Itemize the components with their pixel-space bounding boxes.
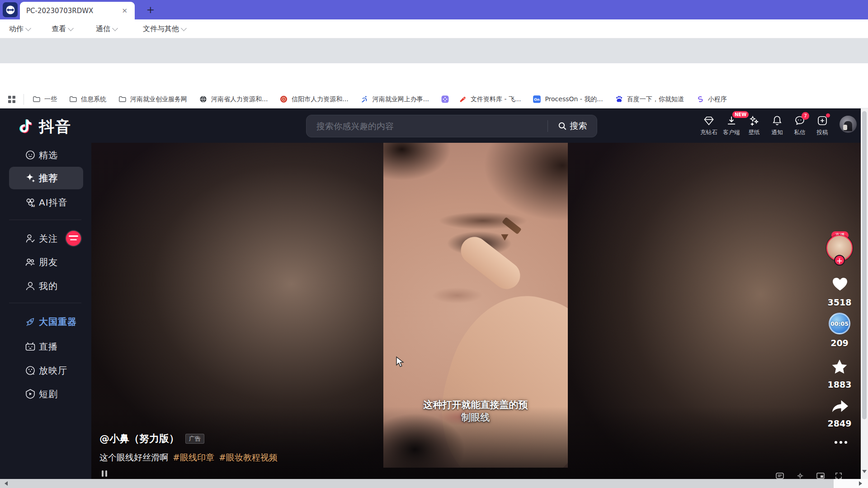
menu-view[interactable]: 查看 (52, 19, 73, 38)
hashtag[interactable]: #眼妆教程视频 (219, 452, 278, 462)
sidebar-item-featured[interactable]: 精选 (0, 145, 91, 165)
bookmark-link[interactable]: 小程序 (696, 95, 727, 103)
header-item-notifications[interactable]: 通知 (764, 115, 790, 136)
chevron-down-icon (68, 25, 74, 31)
search-button[interactable]: 搜索 (548, 120, 597, 132)
bookmark-link[interactable]: 信阳市人力资源和... (279, 95, 348, 103)
red-dot-badge (826, 113, 830, 117)
tv-icon (24, 341, 36, 352)
menu-communication[interactable]: 通信 (96, 19, 117, 38)
menu-files-extras[interactable]: 文件与其他 (143, 19, 186, 38)
sidebar-item-friends[interactable]: 朋友 (0, 252, 91, 272)
diamond-icon (703, 115, 715, 127)
header-item-client[interactable]: NEW 客户端 (719, 115, 744, 136)
play-shield-icon (24, 388, 36, 400)
douyin-brand-text: 抖音 (39, 117, 71, 137)
vertical-scrollbar-thumb[interactable] (862, 111, 867, 419)
bookmark-link[interactable]: 百度一下，你就知道 (615, 95, 684, 103)
finger-shape (455, 231, 525, 295)
douyin-logo[interactable]: 抖音 (18, 117, 71, 137)
scroll-down-arrow[interactable] (862, 470, 867, 475)
douyin-page: 抖音 搜索 充钻石 NEW 客户端 壁纸 通知 7 私信 投稿 (0, 108, 868, 479)
film-reel-icon (24, 365, 36, 376)
search-input[interactable] (307, 121, 547, 131)
bookmark-link[interactable]: 文件资料库 - 飞... (458, 95, 521, 103)
bookmarks-bar: 一些 信息系统 河南就业创业服务网 河南省人力资源和... 信阳市人力资源和..… (0, 90, 868, 108)
teamviewer-logo-icon (3, 2, 18, 17)
bookmark-link[interactable]: 河南省人力资源和... (199, 95, 268, 103)
fullscreen-icon[interactable] (835, 473, 842, 479)
purple-app-icon (441, 95, 449, 103)
follow-plus-button[interactable]: + (834, 255, 845, 266)
chevron-down-icon (25, 25, 31, 31)
header-item-diamond[interactable]: 充钻石 (696, 115, 722, 136)
header-item-upload[interactable]: 投稿 (810, 115, 835, 136)
gift-badge (66, 231, 81, 246)
comment-count: 209 (825, 338, 854, 348)
svg-text:AI: AI (31, 204, 35, 208)
divider (24, 94, 24, 105)
bookmark-link[interactable]: OnProcessOn - 我的... (533, 95, 603, 103)
sidebar-item-live[interactable]: 直播 (0, 337, 91, 357)
browser-tabstrip: douyin - 搜索 ✕ 抖音-记录美好生活 ✕ + (0, 38, 868, 63)
sidebar-item-short-drama[interactable]: 短剧 (0, 384, 91, 404)
baidu-paw-icon (615, 95, 623, 103)
svg-text:On: On (534, 98, 540, 102)
header-item-wallpaper[interactable]: 壁纸 (741, 115, 767, 136)
douyin-note-icon (18, 118, 33, 136)
bookmark-folder[interactable]: 河南就业创业服务网 (118, 95, 187, 103)
apps-grid-icon[interactable] (7, 95, 16, 104)
bookmark-link[interactable] (441, 95, 453, 103)
favorite-icon[interactable] (830, 358, 849, 376)
share-icon[interactable] (830, 399, 849, 415)
sidebar-item-mine[interactable]: 我的 (0, 276, 91, 296)
bottom-gradient (91, 407, 861, 479)
like-icon[interactable] (831, 275, 849, 292)
sidebar-item-daguozhongqi[interactable]: 大国重器 (0, 312, 91, 332)
vertical-scrollbar[interactable] (861, 108, 868, 479)
horizontal-scrollbar[interactable] (0, 479, 868, 488)
sidebar-item-recommend[interactable]: 推荐 (0, 168, 91, 188)
bookmark-folder[interactable]: 信息系统 (69, 95, 106, 103)
search-bar[interactable]: 搜索 (306, 115, 597, 137)
pause-icon[interactable] (101, 470, 108, 477)
comment-timer-badge[interactable]: 00:05 (829, 313, 850, 334)
scroll-right-arrow[interactable] (859, 481, 864, 486)
divider (9, 220, 81, 220)
new-session-button[interactable]: + (144, 3, 157, 16)
avatar[interactable] (840, 116, 857, 133)
bookmark-folder[interactable]: 一些 (32, 95, 57, 103)
hashtag[interactable]: #眼线印章 (173, 452, 214, 462)
folder-icon (69, 95, 77, 103)
folder-icon (32, 95, 41, 103)
bookmark-link[interactable]: 河南就业网上办事... (360, 95, 429, 103)
red-emblem-icon (279, 95, 288, 103)
menu-actions[interactable]: 动作 (9, 19, 30, 38)
chevron-down-icon (112, 25, 118, 31)
teamviewer-titlebar: PC-20230703RDWX ✕ + (0, 0, 868, 19)
remote-session-tab[interactable]: PC-20230703RDWX ✕ (20, 2, 135, 19)
ad-badge: 广告 (185, 434, 204, 444)
pip-icon[interactable] (816, 473, 825, 479)
video-author-row[interactable]: @小鼻（努力版） 广告 (99, 432, 204, 446)
like-count: 3518 (825, 297, 854, 307)
sparkle-icon (24, 172, 36, 184)
danmaku-icon[interactable] (776, 473, 784, 479)
video-stage[interactable]: 这种打开就能直接盖的预 制眼线 @小鼻（努力版） 广告 这个眼线好丝滑啊#眼线印… (91, 143, 861, 479)
close-session-icon[interactable]: ✕ (121, 7, 128, 15)
scroll-left-arrow[interactable] (2, 481, 8, 486)
settings-icon[interactable] (797, 473, 804, 479)
video-description[interactable]: 这个眼线好丝滑啊#眼线印章#眼妆教程视频 (99, 452, 278, 464)
header-item-messages[interactable]: 7 私信 (787, 115, 812, 136)
share-count: 2849 (825, 418, 854, 428)
bell-icon (771, 115, 783, 127)
chevron-down-icon (181, 25, 187, 31)
runner-icon (360, 95, 369, 103)
sidebar-item-ai-douyin[interactable]: AI AI抖音 (0, 192, 91, 212)
remote-session-title: PC-20230703RDWX (26, 7, 121, 15)
author-name[interactable]: @小鼻（努力版） (99, 432, 179, 446)
favorite-count: 1883 (825, 380, 854, 389)
sidebar-item-cinema[interactable]: 放映厅 (0, 361, 91, 380)
more-icon[interactable] (831, 441, 851, 444)
folder-icon (118, 95, 127, 103)
